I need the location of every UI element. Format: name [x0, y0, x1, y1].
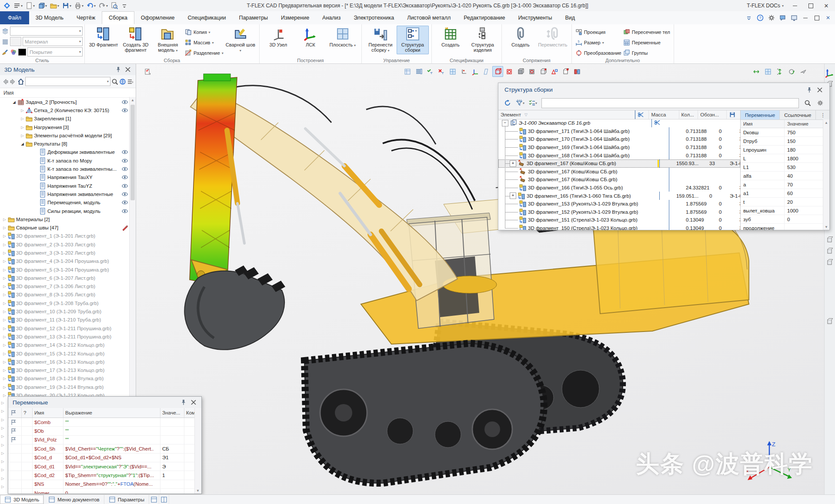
ribbon-button-3d-фрагмент[interactable]: 3D Фрагмент: [87, 26, 120, 49]
filter-icon[interactable]: ▾: [514, 98, 526, 108]
tree-item[interactable]: ▷3D фрагмент_1 (Э-1-201 Лист.grb): [0, 232, 136, 240]
tree-expander-icon[interactable]: ▷: [2, 284, 7, 288]
variable-editor-row[interactable]: $Cod_d2$Tip_Shem=="структурная"?"1":($Ti…: [8, 471, 201, 480]
tree-item[interactable]: ▷3D фрагмент_15 (Э-1-212 Кольцо.grb): [0, 349, 136, 358]
tree-item[interactable]: ▷3D фрагмент_5 (Э-1-204 Проушина.grb): [0, 265, 136, 274]
feedback-icon[interactable]: [778, 13, 788, 23]
lcs-axes-icon[interactable]: [470, 66, 481, 77]
ribbon-button-структура-изделия[interactable]: Структура изделия: [467, 26, 499, 54]
variables-tab-overflow[interactable]: ⋮: [816, 110, 830, 119]
coating-combo[interactable]: Покрытие▾: [27, 47, 83, 56]
variable-editor-row[interactable]: $Comb"": [8, 418, 201, 427]
close-button[interactable]: ✕: [818, 0, 834, 11]
tree-item[interactable]: ▷3D фрагмент_17 (Э-1-213 Кольцо.grb): [0, 366, 136, 375]
color-swatch[interactable]: [18, 49, 26, 56]
tree-expander-icon[interactable]: ▷: [20, 116, 25, 121]
close-icon[interactable]: [816, 86, 823, 93]
tree-expander-icon[interactable]: ▷: [1, 426, 7, 430]
print-button[interactable]: ▾: [73, 1, 85, 10]
tree-item[interactable]: ▷3D фрагмент_11 (Э-1-210 Труба.grb): [0, 316, 136, 324]
open-document-button[interactable]: ▾: [49, 1, 60, 10]
column-expression[interactable]: Выражение: [63, 408, 160, 418]
tab-листовой-металл[interactable]: Листовой металл: [401, 11, 457, 24]
tree-item[interactable]: ▷Сетка_2 (Количество КЭ: 30715): [0, 106, 136, 114]
new-3d-document-button[interactable]: ▾: [37, 1, 48, 10]
variable-editor-row[interactable]: $Vid_Polz"": [8, 436, 201, 444]
tflex-logo-button[interactable]: [2, 1, 12, 10]
window-close-icon[interactable]: ✕: [823, 13, 833, 23]
variable-row[interactable]: alfa40: [741, 172, 829, 180]
window-minimize-icon[interactable]: [800, 13, 811, 23]
tree-item[interactable]: ▷3D фрагмент_12 (Э-1-211 Проушина.grb): [0, 324, 136, 332]
tree-expander-icon[interactable]: ◢: [20, 142, 25, 146]
tree-expander-icon[interactable]: ▷: [2, 326, 7, 331]
tree-expander-icon[interactable]: ▷: [1, 459, 7, 464]
undo-button[interactable]: ▾: [85, 1, 97, 10]
tree-item[interactable]: ▷Элементы расчётной модели [29]: [0, 131, 136, 139]
ribbon-button-переменные[interactable]: Переменные: [623, 38, 670, 47]
assembly-search-input[interactable]: [541, 98, 799, 108]
tree-expander-icon[interactable]: ▷: [2, 268, 7, 272]
statusbar-tab-параметры[interactable]: Параметры: [104, 495, 149, 504]
app-menu-button[interactable]: ▾: [12, 1, 24, 10]
ribbon-button-внешняя-модель[interactable]: Внешняя модель ▾: [152, 26, 184, 54]
scene-objects-icon[interactable]: [413, 66, 424, 77]
tab-3d-модель[interactable]: 3D Модель: [29, 11, 70, 24]
level-spinner[interactable]: [10, 37, 21, 46]
tree-expander-icon[interactable]: ▷: [2, 292, 7, 297]
tree-expander-icon[interactable]: ▷: [20, 133, 25, 138]
tree-expander-icon[interactable]: ▷: [2, 225, 7, 230]
tab-спецификации[interactable]: Спецификации: [181, 11, 232, 24]
variable-editor-row[interactable]: Nomer_...0: [8, 489, 201, 494]
variables-column-0[interactable]: Имя: [741, 120, 785, 128]
tree-item[interactable]: Силы реакции, модуль: [0, 207, 136, 215]
tree-expander-icon[interactable]: ▷: [1, 409, 7, 413]
tree-expander-icon[interactable]: ▷: [2, 368, 7, 372]
tree-expander-icon[interactable]: ▷: [2, 242, 7, 247]
refresh-icon[interactable]: [502, 98, 513, 108]
list-options-icon[interactable]: [127, 78, 134, 85]
tree-search-input[interactable]: ▾: [25, 77, 110, 86]
ribbon-button-структура-сборки[interactable]: Структура сборки: [397, 26, 429, 54]
zoom-window-icon[interactable]: [762, 66, 773, 77]
variable-row[interactable]: Dтруб150: [741, 137, 829, 146]
cancel-filter-icon[interactable]: [436, 66, 447, 77]
search-icon[interactable]: [802, 98, 813, 108]
tab-файл[interactable]: Файл: [0, 11, 29, 24]
tree-expander-icon[interactable]: ▷: [2, 309, 7, 314]
assembly-row[interactable]: 3D фрагмент_168 (Тяги\Э-1-064 Шайба.grb)…: [498, 151, 740, 159]
variable-editor-row[interactable]: $Cod_Sh$Vid_Chert=="Чертеж"?"":($Vid_Che…: [8, 444, 201, 453]
clip-plane-1-icon[interactable]: [825, 235, 835, 245]
tab-сборка[interactable]: Сборка: [102, 11, 134, 24]
column-name[interactable]: Имя: [33, 408, 63, 418]
ribbon-button-лск[interactable]: ЛСК: [294, 26, 327, 49]
close-icon[interactable]: [190, 399, 197, 406]
tree-item[interactable]: ▷3D фрагмент_10 (Э-1-209 Труба.grb): [0, 307, 136, 315]
tree-expander-icon[interactable]: ▷: [2, 234, 7, 238]
tree-item[interactable]: ▷3D фрагмент_16 (Э-1-213 Кольцо.grb): [0, 358, 136, 366]
ribbon-button-создать[interactable]: Создать: [504, 26, 537, 49]
section-plane-icon[interactable]: [481, 66, 492, 77]
variable-row[interactable]: Dковш750: [741, 128, 829, 137]
apply-filter-icon[interactable]: [424, 66, 435, 77]
tree-item[interactable]: ▷3D фрагмент_4 (Э-1-204 Проушина.grb): [0, 257, 136, 265]
column-value[interactable]: Значе...: [160, 408, 184, 418]
variables-editor-scrollbar[interactable]: ▼: [194, 408, 201, 494]
variable-editor-row[interactable]: $Cod_d1$Vid=="электрическая"?"Э":($Vid==…: [8, 462, 201, 471]
forward-icon[interactable]: [10, 78, 17, 85]
tree-item[interactable]: Перемещения, модуль: [0, 199, 136, 207]
tree-item[interactable]: Деформации эквивалентные: [0, 148, 136, 156]
back-icon[interactable]: [2, 78, 9, 85]
ribbon-button-плоскость[interactable]: Плоскость ▾: [327, 26, 359, 49]
assembly-row[interactable]: 3D фрагмент_170 (Тяги\Э-1-064 Шайба.grb)…: [498, 135, 740, 143]
tree-item[interactable]: ▷3D фрагмент_8 (Э-1-205 Лист.grb): [0, 291, 136, 299]
restore-button[interactable]: [803, 0, 818, 11]
ribbon-collapse-icon[interactable]: [744, 13, 754, 23]
ribbon-button-копия[interactable]: Копия▾: [185, 28, 224, 36]
tree-expander-icon[interactable]: ▷: [2, 376, 7, 381]
ribbon-button-создать-3d-фрагмент[interactable]: Создать 3D фрагмент: [120, 26, 152, 54]
variables-scrollbar[interactable]: ▲▼: [823, 119, 829, 230]
tree-expander-icon[interactable]: ▷: [2, 318, 7, 322]
tree-expander-icon[interactable]: ▷: [2, 301, 7, 305]
tree-expander-icon[interactable]: ▷: [2, 351, 7, 356]
